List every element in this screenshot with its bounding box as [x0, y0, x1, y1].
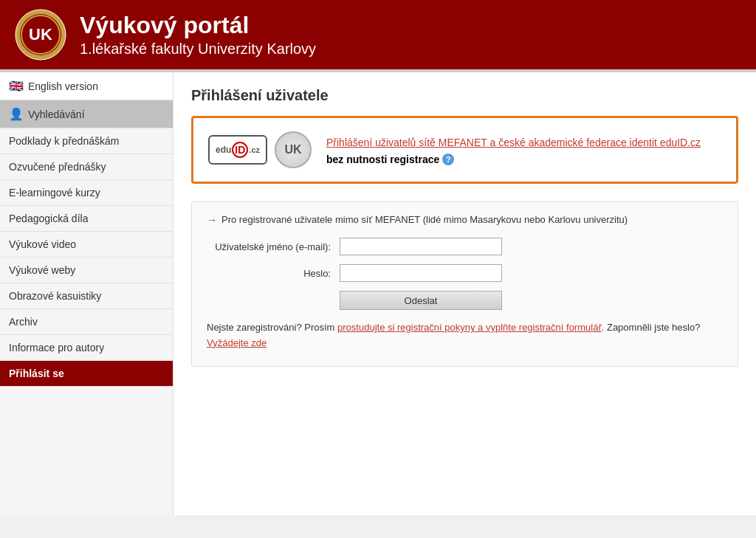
sidebar-item-label: Archiv [9, 316, 38, 328]
sidebar-item-obrazove[interactable]: Obrazové kasuistiky [0, 283, 173, 309]
sidebar-item-archiv[interactable]: Archiv [0, 309, 173, 335]
password-label: Heslo: [207, 268, 340, 279]
form-footer: Nejste zaregistrováni? Prosím prostudujt… [207, 320, 723, 351]
uk-logo: UK [275, 131, 312, 168]
sidebar-item-label: E-learningové kurzy [9, 187, 100, 199]
page-header: UK Výukový portál 1.lékařské fakulty Uni… [0, 0, 756, 69]
username-row: Uživatelské jméno (e-mail): [207, 238, 723, 255]
footer-please: Prosím [304, 322, 337, 333]
sidebar-item-label: Výukové weby [9, 264, 75, 276]
logos-area: edu ID .cz UK [208, 131, 312, 168]
title-line1: Výukový portál [80, 11, 316, 39]
sidebar-item-label: Výukové video [9, 238, 76, 250]
not-registered-text: Nejste zaregistrováni? [207, 322, 302, 333]
sidebar-item-english[interactable]: 🇬🇧 English version [0, 72, 173, 100]
sidebar-item-search[interactable]: 👤 Vyhledávání [0, 100, 173, 128]
sidebar-item-label: Pedagogická díla [9, 213, 88, 224]
password-input[interactable] [340, 264, 502, 282]
sidebar-item-podklady[interactable]: Podklady k přednáškám [0, 128, 173, 154]
arrow-icon: → [207, 214, 217, 226]
federated-login-link[interactable]: Přihlášení uživatelů sítě MEFANET a česk… [326, 137, 701, 148]
site-title: Výukový portál 1.lékařské fakulty Univer… [80, 11, 316, 58]
sidebar-item-elearning[interactable]: E-learningové kurzy [0, 180, 173, 206]
recover-password-link[interactable]: Vyžádejte zde [207, 337, 267, 348]
sidebar-item-informace[interactable]: Informace pro autory [0, 335, 173, 361]
sidebar-item-label: Vyhledávání [28, 108, 85, 120]
sidebar-item-pedagogicka[interactable]: Pedagogická díla [0, 206, 173, 232]
main-content: Přihlášení uživatele edu ID .cz UK Přihl… [173, 72, 756, 515]
eduid-logo: edu ID .cz [208, 135, 267, 165]
sidebar-item-label: Přihlásit se [9, 368, 64, 379]
sidebar-item-vyukove-weby[interactable]: Výukové weby [0, 258, 173, 283]
help-icon[interactable]: ? [442, 154, 454, 165]
sidebar-item-ozvucene[interactable]: Ozvučené přednášky [0, 154, 173, 180]
submit-button[interactable]: Odeslat [340, 291, 502, 310]
federated-login-text: Přihlášení uživatelů sítě MEFANET a česk… [326, 135, 721, 165]
login-form-section: → Pro registrované uživatele mimo síť ME… [191, 201, 738, 367]
sub-text: bez nutnosti registrace [326, 154, 439, 165]
page-title: Přihlášení uživatele [191, 87, 738, 104]
sidebar-item-label: Informace pro autory [9, 342, 104, 354]
username-label: Uživatelské jméno (e-mail): [207, 241, 340, 252]
registration-link[interactable]: prostudujte si registrační pokyny a vypl… [337, 322, 602, 333]
title-line2: 1.lékařské fakulty Univerzity Karlovy [80, 39, 316, 58]
sidebar-item-prihlasit[interactable]: Přihlásit se [0, 361, 173, 387]
sidebar-item-label: Ozvučené přednášky [9, 161, 106, 173]
person-icon: 👤 [9, 107, 24, 121]
form-intro-text: Pro registrované uživatele mimo síť MEFA… [221, 214, 628, 225]
no-registration-text: bez nutnosti registrace ? [326, 154, 721, 165]
username-input[interactable] [340, 238, 502, 255]
svg-text:UK: UK [29, 25, 52, 44]
submit-row: Odeslat [207, 291, 723, 310]
sidebar: 🇬🇧 English version 👤 Vyhledávání Podklad… [0, 72, 173, 515]
sidebar-item-vyukove-video[interactable]: Výukové video [0, 232, 173, 258]
password-row: Heslo: [207, 264, 723, 282]
uk-label: UK [284, 143, 301, 156]
federated-login-box: edu ID .cz UK Přihlášení uživatelů sítě … [191, 116, 738, 184]
sidebar-item-label: Obrazové kasuistiky [9, 290, 101, 302]
sidebar-item-label: English version [28, 80, 98, 92]
flag-icon: 🇬🇧 [9, 79, 24, 93]
form-intro: → Pro registrované uživatele mimo síť ME… [207, 214, 723, 226]
page-layout: 🇬🇧 English version 👤 Vyhledávání Podklad… [0, 72, 756, 515]
university-logo: UK [15, 9, 66, 61]
forgot-text: Zapomněli jste heslo? [607, 322, 700, 333]
sidebar-item-label: Podklady k přednáškám [9, 135, 119, 147]
